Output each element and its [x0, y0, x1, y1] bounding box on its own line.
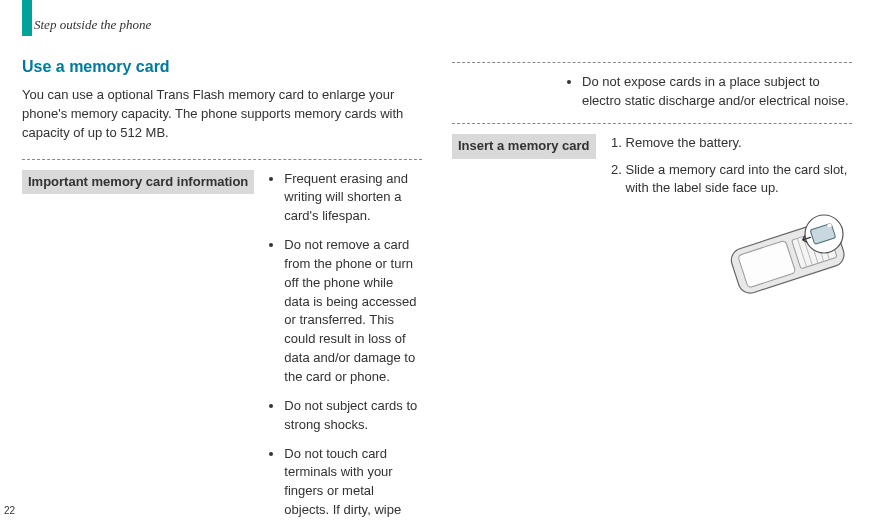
section-header: Step outside the phone — [34, 17, 151, 33]
insert-card-content: Remove the battery. Slide a memory card … — [608, 134, 852, 307]
heading-use-memory-card: Use a memory card — [22, 58, 422, 76]
list-item: Do not remove a card from the phone or t… — [284, 236, 422, 387]
insert-card-steps: Remove the battery. Slide a memory card … — [608, 134, 852, 199]
insert-card-label: Insert a memory card — [452, 134, 596, 159]
intro-text: You can use a optional Trans Flash memor… — [22, 86, 422, 143]
list-item: Remove the battery. — [626, 134, 852, 153]
important-info-block: Important memory card information Freque… — [22, 159, 422, 520]
phone-card-illustration-icon — [712, 206, 852, 306]
left-column: Use a memory card You can use a optional… — [22, 58, 422, 520]
continuation-bullets: Do not expose cards in a place subject t… — [564, 73, 852, 111]
important-info-bullets: Frequent erasing and writing will shorte… — [266, 170, 422, 520]
list-item: Slide a memory card into the card slot, … — [626, 161, 852, 199]
important-info-label: Important memory card information — [22, 170, 254, 195]
content-columns: Use a memory card You can use a optional… — [22, 58, 852, 520]
list-item: Frequent erasing and writing will shorte… — [284, 170, 422, 227]
accent-bar — [22, 0, 32, 36]
insert-card-block: Insert a memory card Remove the battery.… — [452, 123, 852, 307]
list-item: Do not expose cards in a place subject t… — [582, 73, 852, 111]
list-item: Do not subject cards to strong shocks. — [284, 397, 422, 435]
page-number: 22 — [4, 505, 15, 516]
continuation-block: Do not expose cards in a place subject t… — [452, 62, 852, 111]
list-item: Do not touch card terminals with your fi… — [284, 445, 422, 521]
right-column: Do not expose cards in a place subject t… — [452, 58, 852, 520]
